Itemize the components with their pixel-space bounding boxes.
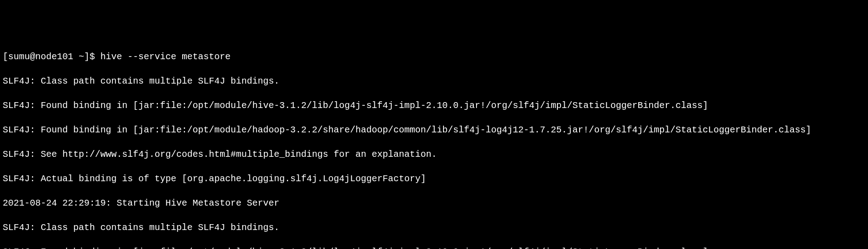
terminal-output-line: SLF4J: See http://www.slf4j.org/codes.ht… <box>3 148 865 160</box>
terminal-output-line: SLF4J: Found binding in [jar:file:/opt/m… <box>3 99 865 112</box>
terminal-output-line: SLF4J: Class path contains multiple SLF4… <box>3 221 865 234</box>
terminal-output-line: 2021-08-24 22:29:19: Starting Hive Metas… <box>3 197 865 209</box>
terminal-output-line: SLF4J: Class path contains multiple SLF4… <box>3 75 865 87</box>
terminal-output-line: SLF4J: Actual binding is of type [org.ap… <box>3 173 865 185</box>
command-text: hive --service metastore <box>100 52 231 62</box>
terminal-output-line: SLF4J: Found binding in [jar:file:/opt/m… <box>3 124 865 136</box>
terminal-command-line[interactable]: [sumu@node101 ~]$ hive --service metasto… <box>3 51 865 63</box>
terminal-output-line: SLF4J: Found binding in [jar:file:/opt/m… <box>3 246 865 249</box>
shell-prompt: [sumu@node101 ~]$ <box>3 52 100 62</box>
